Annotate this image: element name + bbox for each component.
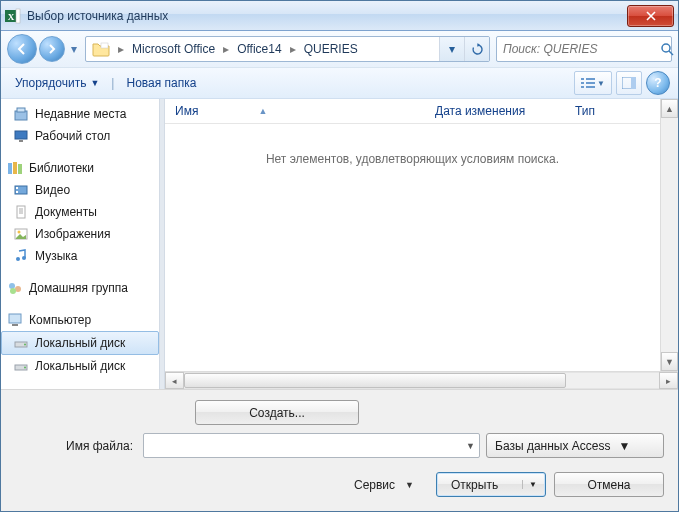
chevron-down-icon: ▼ (90, 78, 99, 88)
chevron-right-icon[interactable]: ▸ (221, 42, 231, 56)
svg-rect-22 (16, 191, 18, 193)
chevron-right-icon[interactable]: ▸ (116, 42, 126, 56)
nav-videos[interactable]: Видео (1, 179, 159, 201)
organize-label: Упорядочить (15, 76, 86, 90)
horizontal-scrollbar[interactable]: ◂ ▸ (165, 371, 678, 389)
scroll-track[interactable] (661, 118, 678, 352)
scroll-right-icon[interactable]: ▸ (659, 372, 678, 389)
nav-libraries[interactable]: Библиотеки (1, 157, 159, 179)
chevron-down-icon[interactable]: ▼ (405, 480, 414, 490)
breadcrumb-item[interactable]: Office14 (231, 37, 287, 61)
nav-label: Недавние места (35, 107, 126, 121)
pictures-icon (13, 226, 29, 242)
computer-icon (7, 312, 23, 328)
desktop-icon (13, 128, 29, 144)
preview-pane-icon (622, 77, 636, 89)
preview-pane-button[interactable] (616, 71, 642, 95)
forward-button[interactable] (39, 36, 65, 62)
nav-pictures[interactable]: Изображения (1, 223, 159, 245)
svg-point-28 (18, 231, 21, 234)
create-button[interactable]: Создать... (195, 400, 359, 425)
window-title: Выбор источника данных (27, 9, 627, 23)
chevron-down-icon: ▼ (597, 79, 605, 88)
svg-point-30 (22, 256, 26, 260)
refresh-icon (471, 43, 484, 56)
column-label: Имя (175, 104, 198, 118)
search-button[interactable] (660, 37, 674, 61)
nav-desktop[interactable]: Рабочий стол (1, 125, 159, 147)
column-name[interactable]: Имя▲ (175, 104, 435, 118)
separator: | (111, 76, 114, 90)
back-button[interactable] (7, 34, 37, 64)
search-box (496, 36, 672, 62)
breadcrumb-item[interactable]: Microsoft Office (126, 37, 221, 61)
scroll-left-icon[interactable]: ◂ (165, 372, 184, 389)
drive-icon (13, 335, 29, 351)
svg-rect-5 (581, 78, 584, 80)
drive-icon (13, 358, 29, 374)
column-date[interactable]: Дата изменения (435, 104, 575, 118)
scroll-track[interactable] (184, 372, 659, 389)
chevron-right-icon[interactable]: ▸ (288, 42, 298, 56)
titlebar: X Выбор источника данных (1, 1, 678, 31)
breadcrumb-item[interactable]: QUERIES (298, 37, 364, 61)
navigation-pane: Недавние места Рабочий стол Библиотеки В… (1, 99, 159, 389)
body-area: Недавние места Рабочий стол Библиотеки В… (1, 99, 678, 389)
filename-label: Имя файла: (66, 439, 133, 453)
nav-music[interactable]: Музыка (1, 245, 159, 267)
nav-recent[interactable]: Недавние места (1, 103, 159, 125)
column-headers: Имя▲ Дата изменения Тип (165, 99, 660, 124)
nav-documents[interactable]: Документы (1, 201, 159, 223)
music-icon (13, 248, 29, 264)
svg-rect-35 (12, 324, 18, 326)
service-label[interactable]: Сервис (354, 478, 395, 492)
nav-label: Музыка (35, 249, 77, 263)
svg-rect-34 (9, 314, 21, 323)
nav-label: Изображения (35, 227, 110, 241)
close-button[interactable] (627, 5, 674, 27)
organize-button[interactable]: Упорядочить▼ (9, 72, 105, 94)
file-list[interactable]: Нет элементов, удовлетворяющих условиям … (165, 124, 660, 371)
close-icon (646, 11, 656, 21)
folder-icon (90, 38, 112, 60)
chevron-down-icon: ▼ (522, 480, 537, 489)
svg-rect-8 (586, 78, 595, 80)
new-folder-button[interactable]: Новая папка (120, 72, 202, 94)
svg-point-29 (16, 257, 20, 261)
arrow-left-icon (15, 42, 29, 56)
scroll-thumb[interactable] (184, 373, 566, 388)
search-input[interactable] (497, 42, 660, 56)
nav-homegroup[interactable]: Домашняя группа (1, 277, 159, 299)
nav-local-disk-1[interactable]: Локальный диск (1, 331, 159, 355)
nav-label: Локальный диск (35, 336, 125, 350)
scroll-down-icon[interactable]: ▼ (661, 352, 678, 371)
open-button[interactable]: Открыть ▼ (436, 472, 546, 497)
svg-point-4 (662, 44, 670, 52)
command-bar: Упорядочить▼ | Новая папка ▼ ? (1, 68, 678, 99)
view-mode-button[interactable]: ▼ (574, 71, 612, 95)
scroll-up-icon[interactable]: ▲ (661, 99, 678, 118)
refresh-button[interactable] (464, 37, 489, 61)
filetype-combo[interactable]: Базы данных Access ▼ (486, 433, 664, 458)
nav-local-disk-2[interactable]: Локальный диск (1, 355, 159, 377)
svg-rect-9 (586, 82, 595, 84)
svg-point-33 (10, 288, 16, 294)
help-button[interactable]: ? (646, 71, 670, 95)
svg-rect-21 (16, 187, 18, 189)
nav-computer[interactable]: Компьютер (1, 309, 159, 331)
address-bar[interactable]: ▸ Microsoft Office ▸ Office14 ▸ QUERIES … (85, 36, 490, 62)
svg-rect-19 (18, 164, 22, 174)
homegroup-icon (7, 280, 23, 296)
history-dropdown[interactable]: ▾ (67, 42, 81, 56)
svg-point-31 (9, 283, 15, 289)
address-dropdown[interactable]: ▾ (439, 37, 464, 61)
column-type[interactable]: Тип (575, 104, 615, 118)
svg-rect-7 (581, 86, 584, 88)
vertical-scrollbar[interactable]: ▲ ▼ (660, 99, 678, 371)
cancel-button[interactable]: Отмена (554, 472, 664, 497)
svg-rect-10 (586, 86, 595, 88)
nav-label: Компьютер (29, 313, 91, 327)
filename-combo[interactable]: ▼ (143, 433, 480, 458)
list-view-icon (581, 77, 595, 89)
nav-label: Домашняя группа (29, 281, 128, 295)
